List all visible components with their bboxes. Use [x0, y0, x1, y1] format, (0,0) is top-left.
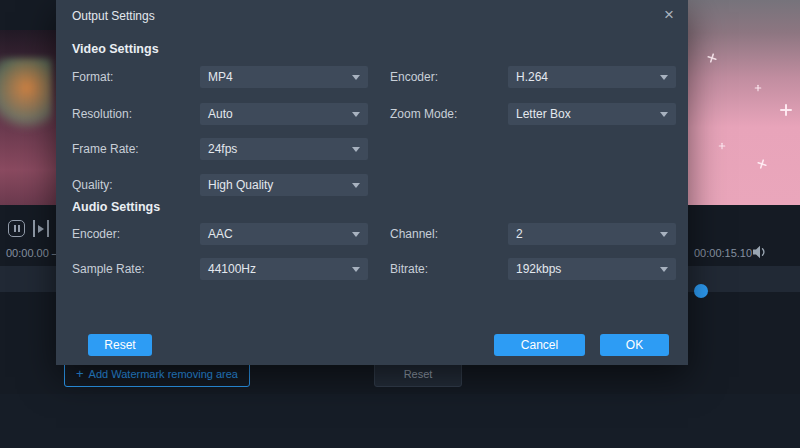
chevron-down-icon: [352, 267, 360, 272]
output-settings-dialog: Output Settings × Video Settings Format:…: [56, 0, 688, 365]
video-preview-left: [0, 30, 56, 205]
video-settings-heading: Video Settings: [72, 42, 159, 56]
channel-value: 2: [516, 227, 523, 241]
pause-button[interactable]: [8, 220, 25, 237]
zoom-mode-select[interactable]: Letter Box: [508, 103, 676, 125]
sample-rate-label: Sample Rate:: [72, 258, 145, 280]
reset-button[interactable]: Reset: [88, 334, 152, 356]
encoder-select[interactable]: H.264: [508, 66, 676, 88]
ok-button[interactable]: OK: [600, 334, 669, 356]
audio-encoder-channel-row: Encoder: AAC Channel: 2: [56, 223, 688, 245]
timeline-handle[interactable]: [694, 284, 708, 298]
chevron-down-icon: [352, 232, 360, 237]
sparkle-icon: [755, 85, 762, 92]
chevron-down-icon: [660, 75, 668, 80]
zoom-mode-label: Zoom Mode:: [390, 103, 457, 125]
app-window: 00:00.00 — 00:00:15.10 + Add Watermark r…: [0, 0, 800, 448]
video-preview-right: [688, 0, 800, 205]
duration-time: 00:00:15.10: [694, 247, 752, 259]
cancel-button[interactable]: Cancel: [494, 334, 585, 356]
chevron-down-icon: [352, 112, 360, 117]
channel-label: Channel:: [390, 223, 438, 245]
chevron-down-icon: [352, 75, 360, 80]
format-label: Format:: [72, 66, 113, 88]
resolution-zoom-row: Resolution: Auto Zoom Mode: Letter Box: [56, 103, 688, 125]
quality-row: Quality: High Quality: [56, 174, 688, 196]
sample-rate-value: 44100Hz: [208, 262, 256, 276]
add-watermark-area-label: Add Watermark removing area: [89, 368, 238, 380]
timeline-track-left[interactable]: [0, 266, 56, 292]
frame-rate-select[interactable]: 24fps: [200, 138, 368, 160]
sparkle-icon: [706, 52, 718, 64]
footer-bar: Untitled desig...eWatermark.mp4 Output: …: [0, 394, 800, 448]
encoder-label: Encoder:: [390, 66, 438, 88]
quality-value: High Quality: [208, 178, 273, 192]
audio-encoder-select[interactable]: AAC: [200, 223, 368, 245]
chevron-down-icon: [660, 267, 668, 272]
audio-encoder-label: Encoder:: [72, 223, 120, 245]
format-encoder-row: Format: MP4 Encoder: H.264: [56, 66, 688, 88]
bitrate-select[interactable]: 192kbps: [508, 258, 676, 280]
chevron-down-icon: [660, 232, 668, 237]
elapsed-time: 00:00.00 —: [6, 247, 63, 259]
bitrate-value: 192kbps: [516, 262, 561, 276]
quality-select[interactable]: High Quality: [200, 174, 368, 196]
zoom-mode-value: Letter Box: [516, 107, 571, 121]
frame-rate-value: 24fps: [208, 142, 237, 156]
audio-settings-heading: Audio Settings: [72, 200, 160, 214]
bitrate-label: Bitrate:: [390, 258, 428, 280]
sparkle-icon: [719, 143, 726, 150]
quality-label: Quality:: [72, 174, 113, 196]
sample-rate-bitrate-row: Sample Rate: 44100Hz Bitrate: 192kbps: [56, 258, 688, 280]
frame-step-button[interactable]: [33, 220, 49, 237]
close-icon[interactable]: ×: [664, 5, 674, 25]
resolution-value: Auto: [208, 107, 233, 121]
frame-rate-label: Frame Rate:: [72, 138, 139, 160]
plus-icon: +: [76, 368, 84, 379]
resolution-label: Resolution:: [72, 103, 132, 125]
encoder-value: H.264: [516, 70, 548, 84]
sparkle-icon: [780, 104, 792, 116]
sample-rate-select[interactable]: 44100Hz: [200, 258, 368, 280]
sparkle-icon: [756, 158, 768, 170]
dialog-title: Output Settings: [72, 9, 155, 23]
chevron-down-icon: [352, 147, 360, 152]
volume-icon[interactable]: [752, 245, 768, 263]
frame-rate-row: Frame Rate: 24fps: [56, 138, 688, 160]
resolution-select[interactable]: Auto: [200, 103, 368, 125]
audio-encoder-value: AAC: [208, 227, 233, 241]
format-select[interactable]: MP4: [200, 66, 368, 88]
format-value: MP4: [208, 70, 233, 84]
chevron-down-icon: [660, 112, 668, 117]
chevron-down-icon: [352, 183, 360, 188]
channel-select[interactable]: 2: [508, 223, 676, 245]
